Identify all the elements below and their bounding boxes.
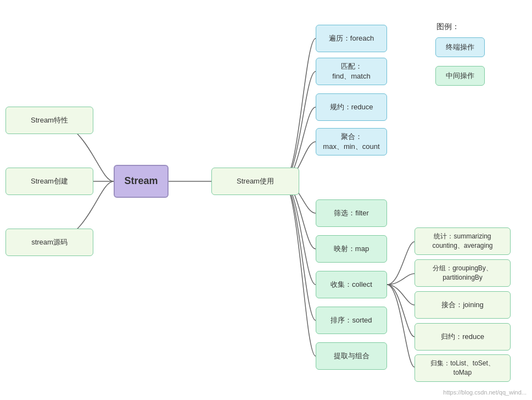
collect-node: 收集：collect bbox=[316, 271, 387, 298]
reduce-node: 规约：reduce bbox=[316, 93, 387, 121]
reduce2-node: 归约：reduce bbox=[415, 323, 511, 351]
legend-intermediate: 中间操作 bbox=[435, 66, 485, 86]
legend-terminal: 终端操作 bbox=[435, 37, 485, 57]
filter-node: 筛选：filter bbox=[316, 199, 387, 227]
diagram: Stream特性 Stream创建 stream源码 Stream Stream… bbox=[0, 0, 532, 400]
stream-use-node: Stream使用 bbox=[211, 168, 299, 195]
legend-title: 图例： bbox=[436, 22, 460, 32]
joining-node: 接合：joining bbox=[415, 291, 511, 319]
stream-source-node: stream源码 bbox=[5, 229, 93, 256]
stream-create-node: Stream创建 bbox=[5, 168, 93, 195]
watermark: https://blog.csdn.net/qq_wind... bbox=[443, 389, 527, 396]
find-match-node: 匹配： find、match bbox=[316, 58, 387, 85]
grouping-node: 分组：groupingBy、 partitioningBy bbox=[415, 259, 511, 287]
tolist-node: 归集：toList、toSet、 toMap bbox=[415, 354, 511, 382]
stream-chars-node: Stream特性 bbox=[5, 107, 93, 134]
map-node: 映射：map bbox=[316, 235, 387, 263]
foreach-node: 遍历：foreach bbox=[316, 25, 387, 52]
sorted-node: 排序：sorted bbox=[316, 307, 387, 334]
summarizing-node: 统计：summarizing counting、averaging bbox=[415, 227, 511, 255]
aggregate-node: 聚合： max、min、count bbox=[316, 128, 387, 155]
stream-main-node: Stream bbox=[114, 165, 169, 198]
combine-node: 提取与组合 bbox=[316, 342, 387, 370]
